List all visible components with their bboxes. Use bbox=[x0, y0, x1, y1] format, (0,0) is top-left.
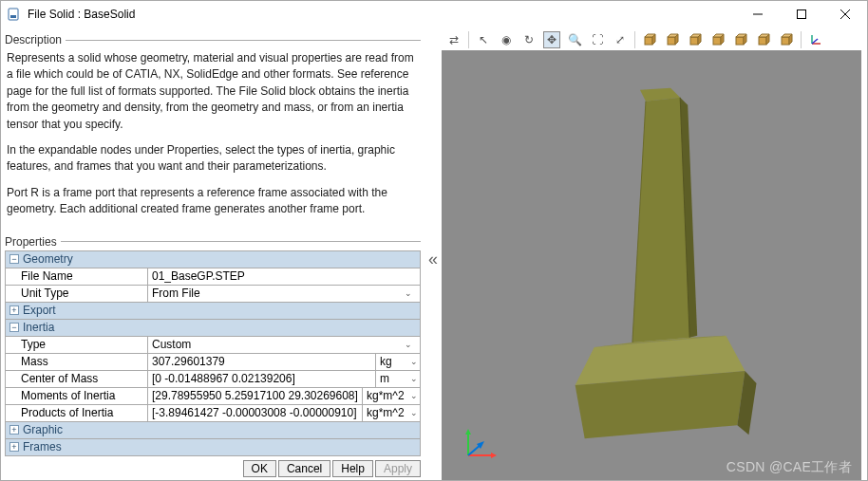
roll-icon[interactable]: ↻ bbox=[520, 31, 538, 48]
dialog-body: Description Represents a solid whose geo… bbox=[1, 28, 867, 480]
description-para-2: In the expandable nodes under Properties… bbox=[7, 142, 419, 176]
chevron-down-icon: ⌄ bbox=[410, 408, 418, 417]
maximize-button[interactable] bbox=[780, 1, 823, 28]
row-mass: Mass 307.29601379 kg⌄ bbox=[6, 354, 420, 371]
input-poi[interactable]: [-3.89461427 -0.00003008 -0.00000910] bbox=[148, 405, 363, 421]
section-label: Geometry bbox=[23, 252, 73, 266]
section-export[interactable]: +Export bbox=[6, 303, 420, 320]
cancel-button[interactable]: Cancel bbox=[278, 460, 330, 477]
svg-marker-31 bbox=[632, 98, 689, 342]
fit-icon[interactable]: ⤢ bbox=[612, 31, 629, 48]
chevron-down-icon: ⌄ bbox=[410, 374, 418, 383]
chevron-down-icon: ⌄ bbox=[405, 340, 416, 349]
expand-icon: + bbox=[9, 305, 19, 315]
dialog-buttons: OK Cancel Help Apply bbox=[5, 456, 421, 480]
front-view-icon[interactable] bbox=[664, 31, 681, 48]
label-mass: Mass bbox=[6, 354, 148, 370]
label-file-name: File Name bbox=[6, 268, 148, 285]
svg-marker-40 bbox=[465, 429, 471, 435]
row-inertia-type: Type Custom⌄ bbox=[6, 337, 420, 354]
select-com-unit[interactable]: m⌄ bbox=[376, 371, 420, 387]
right-panel: ⇄ ↖ ◉ ↻ ✥ 🔍 ⛶ ⤢ bbox=[442, 28, 867, 480]
dialog-window: File Solid : BaseSolid Description Repre… bbox=[0, 0, 868, 481]
zoom-icon[interactable]: 🔍 bbox=[566, 31, 583, 48]
help-button[interactable]: Help bbox=[332, 460, 373, 477]
close-button[interactable] bbox=[823, 1, 867, 28]
ok-button[interactable]: OK bbox=[243, 460, 276, 477]
svg-rect-9 bbox=[668, 37, 675, 45]
input-file-name[interactable]: 01_BaseGP.STEP bbox=[148, 268, 420, 285]
axes-icon[interactable] bbox=[807, 31, 824, 48]
svg-rect-21 bbox=[759, 37, 766, 45]
view-triad bbox=[461, 425, 499, 463]
section-inertia[interactable]: −Inertia bbox=[6, 320, 420, 337]
input-com[interactable]: [0 -0.01488967 0.02139206] bbox=[148, 371, 376, 387]
chevron-down-icon: ⌄ bbox=[410, 357, 418, 366]
cursor-icon[interactable]: ↖ bbox=[475, 31, 492, 48]
section-label: Inertia bbox=[23, 321, 54, 334]
select-moi-unit[interactable]: kg*m^2⌄ bbox=[363, 388, 420, 404]
input-mass[interactable]: 307.29601379 bbox=[148, 354, 376, 370]
svg-rect-24 bbox=[782, 37, 789, 45]
section-geometry[interactable]: −Geometry bbox=[6, 251, 420, 268]
description-text: Represents a solid whose geometry, mater… bbox=[5, 48, 421, 233]
section-label: Frames bbox=[23, 440, 62, 453]
collapse-icon: − bbox=[9, 254, 19, 264]
select-poi-unit[interactable]: kg*m^2⌄ bbox=[363, 405, 420, 421]
select-unit-type[interactable]: From File⌄ bbox=[148, 286, 420, 302]
row-moi: Moments of Inertia [29.78955950 5.259171… bbox=[6, 388, 420, 405]
section-label: Export bbox=[23, 304, 56, 317]
apply-button[interactable]: Apply bbox=[375, 460, 421, 477]
orbit-icon[interactable]: ◉ bbox=[498, 31, 515, 48]
label-poi: Products of Inertia bbox=[6, 405, 148, 421]
svg-rect-12 bbox=[690, 37, 698, 45]
expand-icon: + bbox=[9, 442, 19, 452]
top-view-icon[interactable] bbox=[709, 31, 726, 48]
properties-heading: Properties bbox=[5, 235, 421, 249]
expand-icon: + bbox=[9, 425, 19, 435]
collapse-left-icon: « bbox=[428, 250, 438, 268]
minimize-button[interactable] bbox=[736, 1, 780, 28]
select-mass-unit[interactable]: kg⌄ bbox=[376, 354, 420, 370]
label-unit-type: Unit Type bbox=[6, 286, 148, 302]
left-view-icon[interactable] bbox=[755, 31, 772, 48]
input-moi[interactable]: [29.78955950 5.25917100 29.30269608] bbox=[148, 388, 363, 404]
app-icon bbox=[7, 7, 22, 22]
svg-rect-15 bbox=[713, 37, 721, 45]
window-controls bbox=[736, 1, 867, 28]
solid-model bbox=[442, 50, 861, 480]
chevron-down-icon: ⌄ bbox=[410, 391, 418, 400]
bottom-view-icon[interactable] bbox=[732, 31, 749, 48]
description-para-1: Represents a solid whose geometry, mater… bbox=[7, 50, 419, 133]
back-view-icon[interactable] bbox=[687, 31, 704, 48]
description-heading-label: Description bbox=[5, 33, 62, 46]
left-panel: Description Represents a solid whose geo… bbox=[1, 28, 425, 480]
description-para-3: Port R is a frame port that represents a… bbox=[7, 185, 419, 218]
description-heading: Description bbox=[5, 33, 421, 46]
titlebar: File Solid : BaseSolid bbox=[1, 1, 867, 28]
section-label: Graphic bbox=[23, 423, 63, 436]
sync-icon[interactable]: ⇄ bbox=[445, 31, 462, 48]
viewport-toolbar: ⇄ ↖ ◉ ↻ ✥ 🔍 ⛶ ⤢ bbox=[442, 31, 861, 48]
right-view-icon[interactable] bbox=[778, 31, 795, 48]
3d-viewport[interactable]: CSDN @CAE工作者 bbox=[442, 50, 861, 480]
pan-icon[interactable]: ✥ bbox=[543, 31, 560, 48]
section-graphic[interactable]: +Graphic bbox=[6, 422, 420, 439]
svg-rect-3 bbox=[798, 10, 806, 19]
zoom-region-icon[interactable]: ⛶ bbox=[589, 31, 606, 48]
window-title: File Solid : BaseSolid bbox=[28, 8, 736, 21]
properties-heading-label: Properties bbox=[5, 235, 57, 249]
svg-rect-18 bbox=[736, 37, 744, 45]
svg-rect-0 bbox=[9, 9, 18, 20]
iso-view-icon[interactable] bbox=[641, 31, 658, 48]
svg-marker-42 bbox=[491, 453, 497, 458]
label-moi: Moments of Inertia bbox=[6, 388, 148, 404]
row-file-name: File Name 01_BaseGP.STEP bbox=[6, 268, 420, 286]
panel-splitter[interactable]: « bbox=[425, 28, 442, 480]
section-frames[interactable]: +Frames bbox=[6, 439, 420, 456]
chevron-down-icon: ⌄ bbox=[405, 288, 416, 298]
label-inertia-type: Type bbox=[6, 337, 148, 353]
collapse-icon: − bbox=[9, 323, 19, 332]
svg-rect-6 bbox=[645, 37, 652, 45]
select-inertia-type[interactable]: Custom⌄ bbox=[148, 337, 420, 353]
